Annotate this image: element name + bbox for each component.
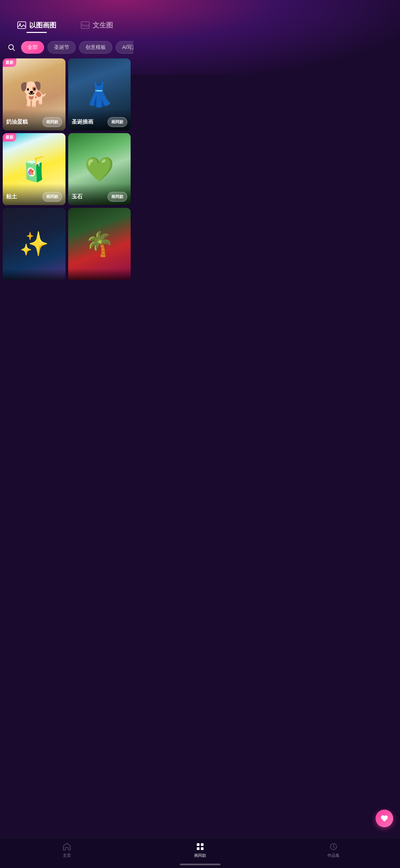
- grid-item-1-btn[interactable]: 画同款: [42, 117, 62, 127]
- image-grid: 🐕 最新 奶油蛋糕 画同款 👗 圣诞插画 画同款 🧃 最新 粘土 画同款 💚: [0, 58, 133, 314]
- grid-item-3[interactable]: 🧃 最新 粘土 画同款: [3, 133, 65, 205]
- grid-item-4[interactable]: 💚 玉石 画同款: [68, 133, 131, 205]
- text-icon: Text: [80, 20, 90, 30]
- grid-item-4-btn[interactable]: 画同款: [108, 192, 127, 202]
- filter-chip-creative[interactable]: 创意模板: [79, 41, 112, 54]
- grid-item-2[interactable]: 👗 圣诞插画 画同款: [68, 58, 131, 130]
- tab-text2img[interactable]: Text 文生图: [67, 20, 127, 36]
- filter-chip-christmas[interactable]: 圣诞节: [47, 41, 76, 54]
- grid-item-5[interactable]: ✨: [3, 208, 65, 280]
- tab-text2img-label: 文生图: [93, 21, 113, 30]
- badge-new-1: 最新: [3, 58, 16, 67]
- grid-item-6-overlay: [68, 269, 131, 280]
- image-icon: [17, 20, 26, 30]
- top-tab-bar: 以图画图 Text 文生图: [0, 0, 133, 36]
- badge-new-3: 最新: [3, 133, 16, 142]
- svg-text:Text: Text: [81, 23, 89, 28]
- filter-row: 全部 圣诞节 创意模板 AI写真馆: [0, 36, 133, 58]
- grid-item-2-btn[interactable]: 画同款: [108, 117, 127, 127]
- filter-chip-all[interactable]: 全部: [21, 41, 44, 54]
- tab-img2img-label: 以图画图: [29, 21, 56, 30]
- tab-img2img[interactable]: 以图画图: [7, 20, 67, 36]
- grid-item-3-btn[interactable]: 画同款: [42, 192, 62, 202]
- search-button[interactable]: [5, 41, 18, 54]
- tab-text2img-underline: [87, 32, 107, 33]
- grid-item-3-title: 粘土: [6, 193, 17, 200]
- search-icon: [8, 44, 15, 51]
- grid-item-1[interactable]: 🐕 最新 奶油蛋糕 画同款: [3, 58, 65, 130]
- tab-img2img-underline: [26, 32, 47, 33]
- grid-item-4-title: 玉石: [72, 193, 82, 200]
- grid-item-5-overlay: [3, 269, 65, 280]
- grid-item-1-overlay: 奶油蛋糕 画同款: [3, 109, 65, 130]
- svg-rect-0: [18, 22, 26, 29]
- grid-item-1-title: 奶油蛋糕: [6, 119, 28, 126]
- grid-item-4-overlay: 玉石 画同款: [68, 184, 131, 205]
- grid-item-2-overlay: 圣诞插画 画同款: [68, 109, 131, 130]
- svg-point-1: [19, 23, 21, 25]
- svg-line-5: [13, 49, 15, 51]
- grid-item-2-title: 圣诞插画: [72, 119, 93, 126]
- grid-item-3-overlay: 粘土 画同款: [3, 184, 65, 205]
- grid-item-6[interactable]: 🌴: [68, 208, 131, 280]
- filter-chip-ai-photo[interactable]: AI写真馆: [116, 41, 133, 54]
